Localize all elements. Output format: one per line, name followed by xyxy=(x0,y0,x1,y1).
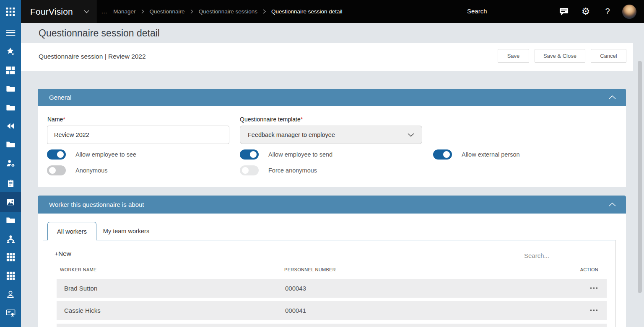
tab-strip-underline xyxy=(43,240,615,240)
worker-name-cell: Brad Sutton xyxy=(64,285,97,292)
breadcrumb-current-page: Questionnaire session detail xyxy=(271,8,343,15)
folder-icon xyxy=(6,84,16,93)
nav-item-team[interactable] xyxy=(0,229,21,248)
tab-all-workers[interactable]: All workers xyxy=(47,222,96,240)
nav-item-grid-1[interactable] xyxy=(0,248,21,266)
nav-item-person[interactable] xyxy=(0,285,21,304)
template-dropdown-value: Feedback manager to employee xyxy=(248,131,335,138)
help-button[interactable]: ? xyxy=(602,6,613,17)
nav-item-collapse[interactable] xyxy=(0,117,21,135)
vertical-scrollbar[interactable] xyxy=(638,61,642,293)
rewind-icon xyxy=(6,122,15,130)
help-icon: ? xyxy=(605,7,610,16)
panel-edge-line xyxy=(615,240,616,327)
app-launcher-button[interactable] xyxy=(0,0,21,23)
allow-employee-to-see-toggle[interactable] xyxy=(47,149,66,160)
worker-section: Worker this questionnaire is about All w… xyxy=(38,196,626,327)
feedback-message-icon xyxy=(559,7,569,16)
required-asterisk: * xyxy=(63,116,65,123)
topbar-actions: ⚙ ? xyxy=(466,5,644,19)
settings-button[interactable]: ⚙ xyxy=(580,6,591,17)
toggle-label: Allow employee to send xyxy=(268,151,332,158)
column-header-personnel-number: PERSONNEL NUMBER xyxy=(284,267,336,272)
nav-item-grid-2[interactable] xyxy=(0,266,21,285)
record-title: Questionnaire session | Review 2022 xyxy=(39,53,146,60)
folder-icon xyxy=(6,216,16,225)
table-row[interactable]: Brad Sutton 000043 xyxy=(57,279,607,298)
chevron-up-icon xyxy=(609,95,616,99)
worker-section-header[interactable]: Worker this questionnaire is about xyxy=(38,196,626,214)
person-icon xyxy=(6,290,15,299)
new-worker-button[interactable]: +New xyxy=(55,250,71,257)
name-field-label: Name* xyxy=(47,116,65,123)
personnel-number-cell: 000041 xyxy=(285,307,306,314)
breadcrumb-separator-icon xyxy=(263,9,266,14)
toggle-label: Anonymous xyxy=(75,167,108,174)
worker-collapse-button[interactable] xyxy=(609,196,616,214)
breadcrumb-separator-icon xyxy=(141,9,144,14)
tab-my-team-workers[interactable]: My team workers xyxy=(96,222,156,240)
required-asterisk: * xyxy=(301,116,303,123)
column-header-action: ACTION xyxy=(580,267,598,272)
toggle-label: Allow external person xyxy=(462,151,520,158)
general-collapse-button[interactable] xyxy=(609,89,616,106)
hamburger-icon xyxy=(5,28,16,38)
gear-icon: ⚙ xyxy=(582,7,590,16)
workspace-tiles-icon xyxy=(6,66,15,75)
nav-item-certificate[interactable] xyxy=(0,304,21,322)
allow-employee-to-send-toggle[interactable] xyxy=(240,149,259,160)
breadcrumb-item-manager[interactable]: Manager xyxy=(113,8,135,15)
general-section: General Name* Questionnaire template* Fe… xyxy=(38,89,626,187)
nav-item-folder-4[interactable] xyxy=(0,211,21,229)
table-row[interactable]: Cassie Hicks 000041 xyxy=(57,301,607,320)
column-header-worker-name: WORKER NAME xyxy=(60,267,97,272)
breadcrumb-separator-icon xyxy=(190,9,193,14)
nav-item-checklist[interactable] xyxy=(0,174,21,193)
toggle-label: Allow employee to see xyxy=(75,151,136,158)
row-actions-button[interactable] xyxy=(589,286,600,291)
worker-search-input[interactable] xyxy=(523,252,601,261)
nav-item-folder-3[interactable] xyxy=(0,135,21,154)
chevron-up-icon xyxy=(609,203,616,206)
folder-icon xyxy=(6,103,16,112)
cancel-button[interactable]: Cancel xyxy=(591,49,626,63)
global-search-input[interactable] xyxy=(466,6,546,17)
table-row-partial xyxy=(57,324,607,327)
nav-item-user-settings[interactable] xyxy=(0,154,21,173)
app-name: FourVision xyxy=(30,7,73,17)
row-actions-button[interactable] xyxy=(589,308,600,313)
waffle-icon xyxy=(6,7,15,16)
general-section-title: General xyxy=(49,94,71,101)
grid-apps-icon xyxy=(6,253,15,262)
save-and-close-button[interactable]: Save & Close xyxy=(535,49,585,63)
anonymous-toggle[interactable] xyxy=(47,165,66,175)
app-switcher[interactable]: FourVision xyxy=(21,0,96,23)
nav-item-favorites[interactable] xyxy=(0,42,21,61)
certificate-icon xyxy=(6,308,16,318)
top-navigation-bar: FourVision ... Manager Questionnaire Que… xyxy=(0,0,644,23)
main-content: Questionnaire session detail Questionnai… xyxy=(21,23,644,327)
template-dropdown[interactable]: Feedback manager to employee xyxy=(240,126,422,144)
nav-item-folder-1[interactable] xyxy=(0,80,21,98)
nav-item-workspaces[interactable] xyxy=(0,61,21,80)
general-section-header[interactable]: General xyxy=(38,89,626,106)
allow-external-person-toggle[interactable] xyxy=(433,149,452,160)
nav-item-questionnaire-active[interactable] xyxy=(0,192,21,212)
team-people-icon xyxy=(6,234,16,244)
breadcrumb-item-questionnaire[interactable]: Questionnaire xyxy=(150,8,185,15)
command-bar: Questionnaire session | Review 2022 Save… xyxy=(21,43,633,71)
breadcrumb-item-questionnaire-sessions[interactable]: Questionnaire sessions xyxy=(199,8,257,15)
template-field-label: Questionnaire template* xyxy=(240,116,303,123)
chevron-down-icon xyxy=(84,10,89,13)
nav-menu-toggle[interactable] xyxy=(0,23,21,42)
force-anonymous-toggle[interactable] xyxy=(240,165,259,175)
user-avatar[interactable] xyxy=(622,5,636,19)
worker-section-title: Worker this questionnaire is about xyxy=(49,201,144,208)
nav-item-folder-2[interactable] xyxy=(0,98,21,117)
breadcrumb-overflow[interactable]: ... xyxy=(101,8,107,15)
save-button[interactable]: Save xyxy=(498,49,529,63)
name-input[interactable] xyxy=(47,126,229,144)
feedback-button[interactable] xyxy=(558,6,569,17)
worker-name-cell: Cassie Hicks xyxy=(64,307,101,314)
left-navigation-rail xyxy=(0,23,21,327)
